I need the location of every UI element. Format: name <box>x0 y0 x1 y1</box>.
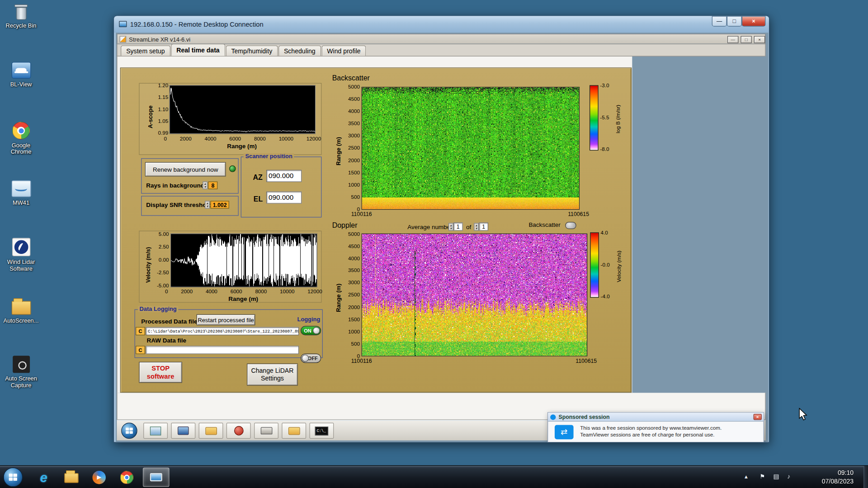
velocity-y-ticks: 5.002.500.00-2.50-5.00 <box>152 231 169 288</box>
change-lidar-settings-button[interactable]: Change LiDARSettings <box>247 363 298 385</box>
tick-label: 0 <box>165 288 168 294</box>
desktop-icon-autoscreen[interactable]: AutoScreen... <box>2 298 40 324</box>
taskbar-explorer[interactable] <box>60 468 83 487</box>
labview-minimize-button[interactable]: — <box>727 36 738 43</box>
ascope-y-ticks: 1.201.151.101.050.99 <box>153 82 168 136</box>
remote-taskbar-item-4[interactable] <box>226 423 251 439</box>
backscatter-x-start: 1100116 <box>345 211 378 217</box>
labview-restore-button[interactable]: □ <box>741 36 751 43</box>
average-number-field[interactable]: 1 <box>453 222 463 230</box>
desktop-icon-auto-screen-capture[interactable]: Auto Screen Capture <box>2 356 40 388</box>
desktop-icon-mw41[interactable]: MW41 <box>2 180 40 206</box>
taskbar-media-player[interactable]: ▶ <box>87 468 110 487</box>
stop-software-button[interactable]: STOPsoftware <box>139 362 182 383</box>
teamviewer-icon <box>550 414 556 420</box>
tick-label: -5.00 <box>152 282 169 288</box>
processed-drive-selector[interactable]: C <box>136 327 145 335</box>
tray-show-hidden-icons[interactable]: ▴ <box>745 473 748 480</box>
remote-taskbar-item-2[interactable] <box>171 423 195 439</box>
maximize-button[interactable]: □ <box>727 16 742 27</box>
rdp-titlebar[interactable]: 192.168.0.150 - Remote Desktop Connectio… <box>114 16 769 33</box>
host-taskbar: e ▶ ▴ ⚑ ▤ ♪ 09:10 07/08/2023 <box>0 465 868 488</box>
tab-wind-profile[interactable]: Wind profile <box>321 45 366 56</box>
scanner-position-title: Scanner position <box>244 153 294 159</box>
doppler-colorbar <box>590 232 599 297</box>
rdp-window-icon <box>119 21 127 27</box>
taskbar-chrome[interactable] <box>115 468 138 487</box>
teamviewer-close-button[interactable]: × <box>754 414 762 420</box>
rays-value-field[interactable]: 8 <box>208 182 217 189</box>
tick-label: 2000 <box>343 157 360 163</box>
tray-clock[interactable]: 09:10 07/08/2023 <box>822 468 854 486</box>
tick-label: 1.10 <box>153 106 168 112</box>
tab-scheduling[interactable]: Scheduling <box>278 45 321 56</box>
taskbar-ie[interactable]: e <box>32 468 55 487</box>
logging-label: Logging <box>297 316 321 323</box>
tick-label: 6000 <box>229 136 241 141</box>
rdp-window-title: 192.168.0.150 - Remote Desktop Connectio… <box>130 20 264 28</box>
average-number-spinner[interactable]: ▴▾ <box>448 223 453 230</box>
taskbar-rdp-active[interactable] <box>143 468 170 487</box>
tray-date: 07/08/2023 <box>822 477 854 486</box>
minimize-button[interactable]: — <box>712 16 727 27</box>
desktop-icon-recycle-bin[interactable]: Recycle Bin <box>2 5 40 29</box>
tray-volume-icon[interactable]: ♪ <box>787 473 790 480</box>
backscatter-toggle[interactable] <box>565 222 576 229</box>
desktop-icon-wind-lidar[interactable]: Wind Lidar Software <box>2 238 40 272</box>
tray-network-icon[interactable]: ▤ <box>774 473 779 480</box>
power-icon <box>234 426 243 436</box>
remote-taskbar-item-cmd[interactable]: C:\_ <box>309 423 334 439</box>
processed-path-field[interactable]: C:\Lidar\Data\Proc\2023\202308\20230807\… <box>146 327 299 335</box>
rays-in-background-label: Rays in background <box>146 182 204 189</box>
restart-processed-file-button[interactable]: Restart processed file <box>197 314 255 325</box>
windows-flag-icon <box>126 428 133 434</box>
raw-data-file-label: RAW Data file <box>146 337 186 344</box>
of-field[interactable]: 1 <box>479 222 488 230</box>
raw-logging-toggle[interactable]: OFF <box>301 353 321 363</box>
snr-value-field[interactable]: 1.002 <box>210 201 229 208</box>
desktop-icon-bl-view[interactable]: BL-View <box>2 62 40 87</box>
of-spinner[interactable]: ▴▾ <box>474 223 479 230</box>
show-desktop-button[interactable] <box>863 466 868 488</box>
labview-titlebar[interactable]: StreamLine XR v14-6.vi — □ × <box>117 34 765 44</box>
close-button[interactable]: × <box>742 16 766 27</box>
teamviewer-titlebar[interactable]: Sponsored session × <box>548 413 763 422</box>
tick-label: 3500 <box>343 267 360 273</box>
tick-label: 5000 <box>343 231 360 237</box>
tick-label: 5.00 <box>152 231 169 237</box>
az-field[interactable]: 090.000 <box>266 170 302 182</box>
velocity-x-ticks: 020004000600080001000012000 <box>165 288 322 294</box>
start-button[interactable] <box>3 468 23 487</box>
desktop-icon-label: Recycle Bin <box>6 22 37 29</box>
front-panel: A-scope 1.201.151.101.050.99 02000400060… <box>117 56 765 393</box>
remote-taskbar-item-1[interactable] <box>143 423 168 439</box>
tick-label: -5.5 <box>600 114 614 120</box>
rays-spinner[interactable]: ▴▾ <box>203 182 208 189</box>
remote-taskbar-item-5[interactable] <box>254 423 278 439</box>
remote-start-button[interactable] <box>121 423 137 439</box>
tab-temp-humidity[interactable]: Temp/humidity <box>226 45 278 56</box>
tab-system-setup[interactable]: System setup <box>121 45 170 56</box>
velocity-y-axis-label: Velocity (m/s) <box>145 237 152 292</box>
processed-logging-toggle[interactable]: ON <box>301 326 321 335</box>
renew-background-button[interactable]: Renew background now <box>145 162 226 177</box>
data-logging-title: Data Logging <box>138 306 178 312</box>
tab-real-time-data[interactable]: Real time data <box>171 44 225 56</box>
remote-taskbar-item-3[interactable] <box>199 423 223 439</box>
folder-icon <box>11 301 31 315</box>
remote-taskbar-item-6[interactable] <box>282 423 306 439</box>
doppler-colorbar-label: Velocity (m/s) <box>616 236 623 297</box>
printer-icon <box>260 427 272 434</box>
labview-close-button[interactable]: × <box>754 36 765 43</box>
tick-label: -8.0 <box>600 146 614 152</box>
desktop-icon-google-chrome[interactable]: Google Chrome <box>2 122 40 155</box>
tick-label: 0 <box>164 136 166 141</box>
tick-label: 5000 <box>343 84 360 89</box>
tick-label: -0.0 <box>601 262 615 267</box>
raw-path-field[interactable] <box>146 346 299 354</box>
el-field[interactable]: 090.000 <box>266 192 302 204</box>
el-label: EL <box>254 195 263 203</box>
snr-spinner[interactable]: ▴▾ <box>205 201 210 208</box>
tray-action-center-icon[interactable]: ⚑ <box>760 473 765 480</box>
raw-drive-selector[interactable]: C <box>136 346 145 354</box>
